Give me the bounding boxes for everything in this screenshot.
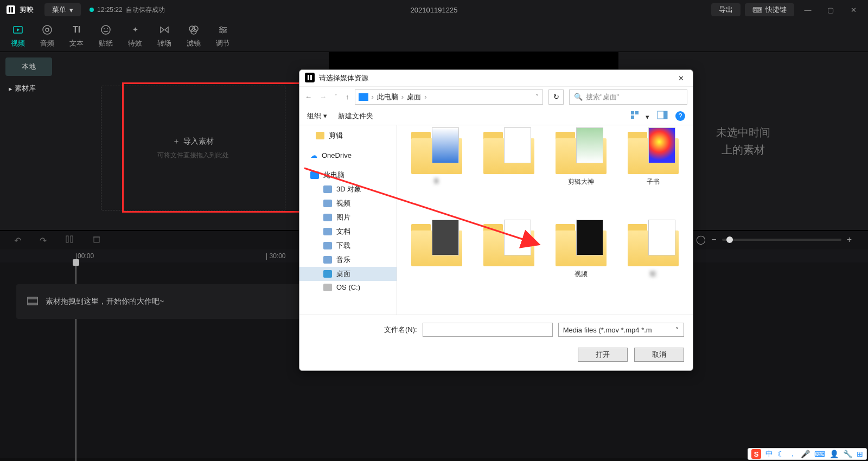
svg-rect-35	[663, 111, 667, 119]
sidebar-library[interactable]: ▸素材库	[5, 79, 52, 98]
zoom-slider[interactable]	[722, 239, 841, 241]
nav-recent-button[interactable]: ˅	[334, 93, 338, 101]
svg-point-9	[107, 28, 108, 29]
audio-icon	[41, 23, 54, 36]
tab-audio[interactable]: 音频	[40, 23, 54, 48]
ime-moon-icon[interactable]: ☾	[777, 450, 784, 458]
folder-icon	[316, 132, 324, 139]
logo-icon	[5, 4, 16, 15]
svg-rect-31	[631, 111, 634, 114]
help-button[interactable]: ?	[675, 111, 685, 121]
nav-up-button[interactable]: ↑	[346, 93, 349, 101]
ime-comma-icon[interactable]: ，	[789, 449, 796, 459]
ime-grid-icon[interactable]: ⊞	[857, 450, 863, 458]
svg-point-8	[104, 28, 105, 29]
text-icon: TI	[70, 23, 83, 36]
tree-item-downloads[interactable]: 下载	[299, 239, 397, 253]
chevron-right-icon: ›	[372, 93, 374, 101]
chevron-right-icon: ›	[401, 93, 404, 101]
chevron-down-icon: ▾	[323, 112, 327, 120]
close-button[interactable]: ✕	[844, 2, 863, 17]
tree-item-desktop[interactable]: 桌面	[299, 267, 397, 281]
tree-item-docs[interactable]: 文档	[299, 225, 397, 239]
adjust-icon	[216, 23, 229, 36]
cancel-button[interactable]: 取消	[634, 348, 684, 362]
documents-icon	[323, 228, 332, 235]
tree-item-jianji[interactable]: 剪辑	[299, 129, 397, 143]
folder-item[interactable]: 视频	[547, 223, 615, 315]
folder-item[interactable]: 子书	[620, 131, 687, 223]
app-name: 剪映	[20, 5, 34, 15]
svg-point-20	[221, 31, 224, 33]
zoom-fit-icon[interactable]: ◯	[696, 234, 706, 245]
shortcut-button[interactable]: ⌨快捷键	[745, 3, 794, 16]
svg-rect-28	[305, 73, 315, 82]
nav-forward-button[interactable]: →	[320, 93, 327, 101]
delete-button[interactable]	[92, 235, 101, 246]
tab-text[interactable]: TI文本	[69, 23, 84, 48]
view-button[interactable]: ▾	[630, 111, 649, 121]
tree-item-onedrive[interactable]: ☁OneDrive	[299, 149, 397, 162]
tab-filter[interactable]: 滤镜	[187, 23, 201, 48]
chevron-down-icon: ▾	[69, 6, 73, 14]
tab-adjust[interactable]: 调节	[216, 23, 230, 48]
tree-item-music[interactable]: 音乐	[299, 253, 397, 267]
tab-transition[interactable]: 转场	[157, 23, 171, 48]
tree-item-3d[interactable]: 3D 对象	[299, 182, 397, 196]
ime-lang[interactable]: 中	[765, 449, 773, 459]
music-icon	[323, 256, 332, 264]
folder-item[interactable]: 剪辑大神	[547, 131, 615, 223]
tree-item-pictures[interactable]: 图片	[299, 210, 397, 225]
chevron-down-icon[interactable]: ˅	[535, 93, 539, 101]
video-icon	[11, 23, 24, 36]
svg-rect-32	[635, 111, 639, 114]
folder-item[interactable]: B	[403, 131, 470, 223]
organize-button[interactable]: 组织 ▾	[307, 111, 327, 121]
zoom-in-button[interactable]: +	[847, 235, 852, 245]
tree-item-osc[interactable]: OS (C:)	[299, 281, 397, 293]
sidebar-local[interactable]: 本地	[5, 57, 52, 76]
tree-item-videos[interactable]: 视频	[299, 196, 397, 210]
import-dropbox[interactable]: ＋导入素材 可将文件直接拖入到此处	[101, 86, 285, 210]
tree-item-pc[interactable]: 此电脑	[299, 168, 397, 182]
menu-button[interactable]: 菜单 ▾	[44, 3, 81, 16]
folder-item[interactable]: 软	[620, 223, 687, 315]
dialog-close-button[interactable]: ✕	[674, 72, 687, 85]
tab-sticker[interactable]: 贴纸	[99, 23, 113, 48]
preview-pane-button[interactable]	[657, 111, 668, 121]
redo-button[interactable]: ↷	[40, 235, 47, 246]
filename-input[interactable]	[423, 323, 553, 337]
nav-back-button[interactable]: ←	[305, 93, 312, 101]
filetype-select[interactable]: Media files (*.mov *.mp4 *.m˅	[558, 323, 684, 337]
split-button[interactable]	[65, 235, 74, 246]
folder-item[interactable]	[475, 131, 542, 223]
breadcrumb[interactable]: › 此电脑 › 桌面 › ˅	[355, 89, 544, 105]
refresh-button[interactable]: ↻	[548, 89, 564, 105]
new-folder-button[interactable]: 新建文件夹	[338, 111, 373, 121]
maximize-button[interactable]: ▢	[821, 2, 840, 17]
zoom-out-button[interactable]: −	[711, 235, 716, 245]
ime-bar[interactable]: S 中 ☾ ， 🎤 ⌨ 👤 🔧 ⊞	[748, 448, 867, 460]
svg-marker-4	[17, 28, 20, 31]
ime-keyboard-icon[interactable]: ⌨	[814, 450, 825, 458]
open-button[interactable]: 打开	[578, 348, 628, 362]
ime-user-icon[interactable]: 👤	[829, 450, 839, 458]
drop-zone: ＋导入素材 可将文件直接拖入到此处	[58, 52, 329, 230]
drive-icon	[323, 284, 332, 291]
tab-video[interactable]: 视频	[11, 23, 25, 48]
folder-item[interactable]	[475, 223, 542, 315]
minimize-button[interactable]: —	[799, 2, 817, 17]
undo-button[interactable]: ↶	[14, 235, 21, 246]
ime-mic-icon[interactable]: 🎤	[801, 450, 810, 458]
downloads-icon	[323, 242, 332, 249]
pictures-icon	[323, 214, 332, 221]
status-dot-icon	[90, 8, 94, 12]
ime-tool-icon[interactable]: 🔧	[843, 450, 852, 458]
folder-item[interactable]	[403, 223, 470, 315]
tab-effect[interactable]: ✦特效	[128, 23, 142, 48]
project-title: 202101191225	[411, 6, 458, 14]
dialog-app-icon	[305, 73, 315, 84]
dialog-nav: ← → ˅ ↑ › 此电脑 › 桌面 › ˅ ↻ 🔍搜索"桌面"	[299, 86, 693, 107]
export-button[interactable]: 导出	[711, 3, 741, 16]
search-input[interactable]: 🔍搜索"桌面"	[569, 89, 687, 105]
